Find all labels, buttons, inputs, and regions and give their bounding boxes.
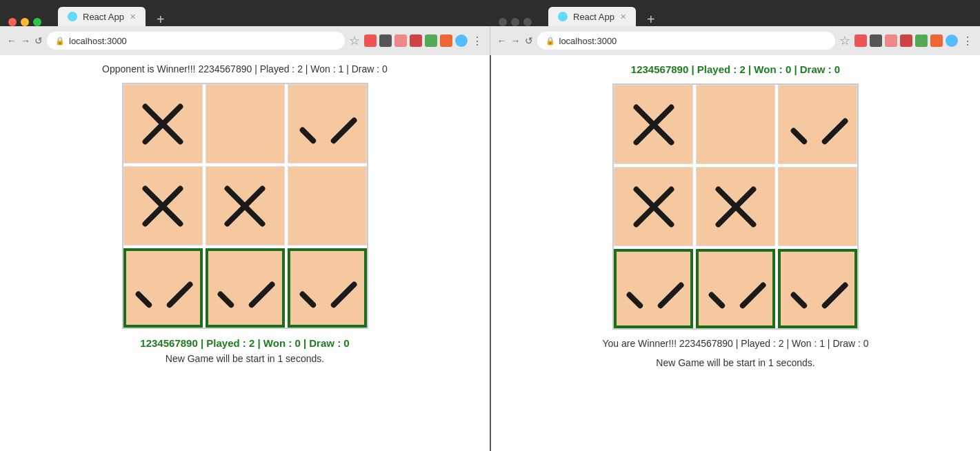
close-button-right[interactable]: [499, 18, 507, 26]
react-icon-right: [558, 12, 568, 21]
menu-dots-right[interactable]: ⋮: [962, 34, 973, 48]
back-button-left[interactable]: ←: [7, 35, 17, 46]
tab-right[interactable]: React App ✕: [548, 7, 636, 26]
ext5-left[interactable]: [425, 34, 437, 47]
cell-5[interactable]: [288, 166, 367, 245]
cell-4[interactable]: [206, 166, 285, 245]
ext4-left[interactable]: [410, 34, 422, 47]
mark-check-2: [303, 100, 351, 148]
tab-left[interactable]: React App ✕: [58, 7, 146, 26]
ext3-right[interactable]: [885, 34, 897, 47]
fullscreen-button-right[interactable]: [523, 18, 532, 26]
addressbar: ← → ↺ 🔒 localhost:3000 ☆ ⋮ ← → ↺ 🔒 local…: [0, 26, 980, 55]
mark-check-8: [794, 265, 842, 313]
ext4-right[interactable]: [900, 34, 912, 47]
ext3-left[interactable]: [394, 34, 407, 47]
board-left: [122, 83, 368, 329]
mark-x-3: [139, 182, 187, 230]
url-text-left: localhost:3000: [69, 36, 127, 46]
mark-check-7: [712, 265, 760, 313]
mark-x-0: [630, 101, 678, 149]
url-bar-left[interactable]: 🔒 localhost:3000: [47, 32, 345, 50]
cell-2[interactable]: [288, 84, 367, 163]
lock-icon-left: 🔒: [55, 37, 65, 46]
top-status-left: Opponent is Winner!!! 2234567890 | Playe…: [102, 63, 388, 74]
mark-check-6: [139, 264, 187, 312]
minimize-button[interactable]: [21, 18, 29, 26]
ext2-right[interactable]: [870, 34, 882, 47]
reload-button-right[interactable]: ↺: [525, 35, 533, 46]
minimize-button-right[interactable]: [511, 18, 519, 26]
ext6-right[interactable]: [930, 34, 943, 47]
url-text-right: localhost:3000: [559, 36, 617, 46]
avatar-left[interactable]: [455, 34, 468, 47]
countdown-left: New Game will be start in 1 seconds.: [166, 353, 324, 364]
tab-title-left: React App: [83, 12, 124, 22]
ext6-left[interactable]: [440, 34, 452, 47]
countdown-right: New Game will be start in 1 seconds.: [656, 357, 814, 368]
addressbar-left: ← → ↺ 🔒 localhost:3000 ☆ ⋮: [0, 26, 490, 55]
mark-x-4: [712, 183, 760, 231]
ext1-right[interactable]: [854, 34, 867, 47]
browser-panel-right: 1234567890 | Played : 2 | Won : 0 | Draw…: [491, 55, 980, 451]
mark-check-8: [303, 264, 351, 312]
mark-check-6: [630, 265, 678, 313]
cell-0[interactable]: [123, 84, 203, 163]
cell-0[interactable]: [614, 85, 693, 164]
traffic-lights-left: [8, 18, 41, 26]
reload-button-left[interactable]: ↺: [34, 35, 43, 46]
new-tab-left[interactable]: +: [157, 12, 165, 26]
traffic-lights-right: [499, 18, 532, 26]
player-info-right: You are Winner!!! 2234567890 | Played : …: [602, 338, 868, 349]
menu-dots-left[interactable]: ⋮: [472, 34, 483, 48]
mark-check-2: [794, 101, 842, 149]
cell-6[interactable]: [123, 248, 203, 328]
browser-panel-left: Opponent is Winner!!! 2234567890 | Playe…: [0, 55, 490, 451]
cell-1[interactable]: [696, 85, 775, 164]
mark-x-3: [630, 183, 678, 231]
cell-4[interactable]: [696, 167, 775, 246]
cell-2[interactable]: [778, 85, 857, 164]
mark-check-7: [221, 264, 269, 312]
back-button-right[interactable]: ←: [497, 35, 507, 46]
cell-8[interactable]: [778, 249, 857, 328]
cell-1[interactable]: [206, 84, 285, 163]
close-button[interactable]: [8, 18, 17, 26]
url-bar-right[interactable]: 🔒 localhost:3000: [537, 32, 836, 50]
forward-button-left[interactable]: →: [21, 35, 30, 46]
board-right: [612, 83, 859, 330]
react-icon-left: [68, 12, 77, 21]
cell-7[interactable]: [206, 248, 285, 328]
avatar-right[interactable]: [946, 34, 958, 47]
new-tab-right[interactable]: +: [647, 12, 655, 26]
fullscreen-button[interactable]: [33, 18, 41, 26]
lock-icon-right: 🔒: [546, 37, 555, 46]
star-icon-left[interactable]: ☆: [349, 33, 360, 48]
cell-7[interactable]: [696, 249, 775, 328]
player-info-left: 1234567890 | Played : 2 | Won : 0 | Draw…: [140, 337, 349, 349]
cell-5[interactable]: [778, 167, 857, 246]
tab-title-right: React App: [573, 12, 614, 22]
browsers-container: Opponent is Winner!!! 2234567890 | Playe…: [0, 55, 980, 451]
star-icon-right[interactable]: ☆: [839, 33, 850, 48]
cell-3[interactable]: [123, 166, 203, 245]
cell-8[interactable]: [288, 248, 367, 328]
ext-icons-left: [364, 34, 468, 47]
ext5-right[interactable]: [915, 34, 928, 47]
tab-close-left[interactable]: ✕: [130, 12, 136, 21]
titlebar: React App ✕ + React App ✕ +: [0, 0, 980, 26]
ext1-left[interactable]: [364, 34, 377, 47]
cell-6[interactable]: [614, 249, 693, 328]
forward-button-right[interactable]: →: [511, 35, 521, 46]
mark-x-4: [221, 182, 269, 230]
ext-icons-right: [854, 34, 958, 47]
addressbar-right: ← → ↺ 🔒 localhost:3000 ☆ ⋮: [490, 26, 981, 55]
ext2-left[interactable]: [379, 34, 392, 47]
cell-3[interactable]: [614, 167, 693, 246]
tab-close-right[interactable]: ✕: [620, 12, 626, 21]
mark-x-0: [139, 100, 187, 148]
top-status-right: 1234567890 | Played : 2 | Won : 0 | Draw…: [631, 63, 840, 75]
